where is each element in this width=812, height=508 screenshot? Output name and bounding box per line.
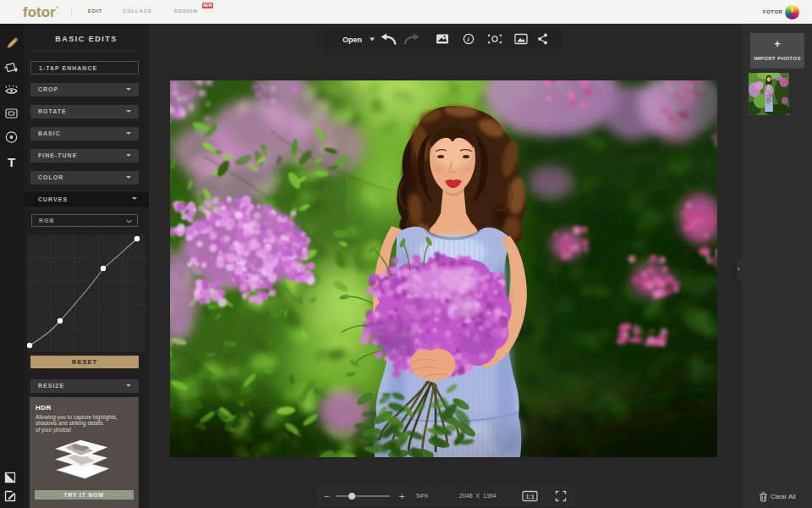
svg-text:Open: Open xyxy=(343,36,362,44)
svg-text:T: T xyxy=(8,155,15,169)
svg-text:1:1: 1:1 xyxy=(525,494,534,500)
svg-text:i: i xyxy=(467,35,469,43)
